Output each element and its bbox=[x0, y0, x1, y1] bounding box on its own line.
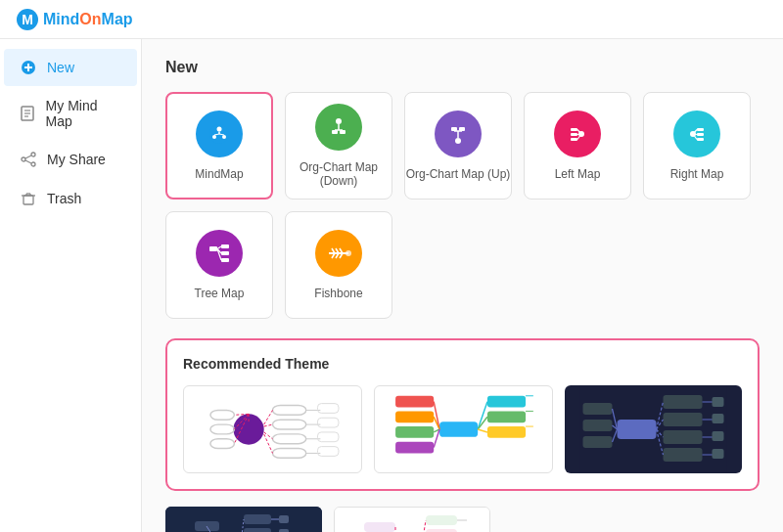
sidebar-item-new-label: New bbox=[47, 60, 74, 75]
map-card-org-down-label: Org-Chart Map (Down) bbox=[286, 160, 392, 188]
sidebar-item-trash[interactable]: Trash bbox=[4, 180, 137, 217]
svg-rect-52 bbox=[221, 251, 229, 255]
svg-rect-157 bbox=[279, 515, 289, 523]
svg-rect-87 bbox=[317, 432, 339, 442]
svg-line-13 bbox=[25, 160, 31, 163]
svg-rect-131 bbox=[713, 449, 724, 459]
map-type-grid: MindMap Org-Chart Map (Down) bbox=[165, 92, 760, 319]
recommended-theme-section: Recommended Theme bbox=[165, 338, 760, 491]
content-area: New MindMap bbox=[142, 39, 783, 532]
fishbone-icon bbox=[325, 240, 352, 267]
map-card-left-label: Left Map bbox=[555, 167, 601, 181]
svg-line-97 bbox=[434, 402, 439, 429]
right-map-icon-circle bbox=[673, 111, 720, 157]
svg-rect-89 bbox=[439, 421, 478, 437]
sidebar-item-my-share[interactable]: My Share bbox=[4, 141, 137, 178]
svg-point-10 bbox=[31, 162, 35, 166]
left-map-icon bbox=[564, 120, 591, 148]
bottom-theme-dark2-preview bbox=[165, 507, 322, 532]
bottom-theme-pastel[interactable] bbox=[334, 507, 490, 532]
map-card-right[interactable]: Right Map bbox=[643, 92, 751, 200]
svg-rect-50 bbox=[209, 246, 217, 251]
svg-rect-51 bbox=[221, 244, 229, 248]
left-map-icon-circle bbox=[554, 111, 601, 157]
org-up-icon bbox=[444, 120, 472, 148]
map-card-mindmap-label: MindMap bbox=[195, 167, 243, 181]
bottom-theme-dark2[interactable] bbox=[165, 507, 322, 532]
theme-colorful-preview bbox=[375, 386, 552, 472]
svg-rect-109 bbox=[618, 420, 657, 439]
logo[interactable]: M MindOnMap bbox=[16, 8, 133, 31]
bottom-theme-pastel-preview bbox=[335, 508, 490, 532]
svg-point-9 bbox=[31, 153, 35, 156]
document-icon bbox=[20, 105, 36, 122]
map-card-mindmap[interactable]: MindMap bbox=[165, 92, 273, 200]
svg-point-22 bbox=[222, 135, 226, 139]
svg-rect-114 bbox=[583, 403, 613, 415]
svg-rect-67 bbox=[273, 420, 306, 429]
svg-rect-110 bbox=[664, 395, 703, 409]
trash-icon bbox=[20, 190, 37, 207]
main-layout: New My Mind Map My Share Trash New bbox=[0, 39, 783, 532]
sidebar-item-my-share-label: My Share bbox=[47, 152, 106, 167]
fishbone-icon-circle bbox=[315, 230, 362, 277]
mindmap-icon bbox=[206, 120, 233, 148]
sidebar-item-trash-label: Trash bbox=[47, 191, 81, 206]
svg-rect-85 bbox=[317, 404, 339, 414]
svg-line-80 bbox=[264, 434, 273, 454]
svg-rect-46 bbox=[697, 138, 704, 141]
svg-line-103 bbox=[478, 429, 487, 432]
map-card-tree[interactable]: Tree Map bbox=[165, 211, 273, 319]
map-card-fishbone[interactable]: Fishbone bbox=[285, 211, 392, 319]
svg-rect-113 bbox=[664, 448, 703, 462]
svg-rect-37 bbox=[571, 128, 577, 131]
sidebar: New My Mind Map My Share Trash bbox=[0, 39, 142, 532]
svg-rect-44 bbox=[697, 128, 704, 131]
map-card-org-down[interactable]: Org-Chart Map (Down) bbox=[285, 92, 392, 200]
svg-rect-93 bbox=[395, 442, 434, 454]
tree-map-icon bbox=[206, 240, 233, 267]
svg-point-33 bbox=[455, 138, 461, 144]
sidebar-item-my-mind-map[interactable]: My Mind Map bbox=[4, 88, 137, 139]
svg-rect-168 bbox=[364, 522, 395, 532]
theme-light-preview bbox=[184, 386, 361, 472]
map-card-org-up-label: Org-Chart Map (Up) bbox=[406, 167, 511, 181]
svg-rect-96 bbox=[487, 426, 526, 438]
svg-rect-115 bbox=[583, 420, 613, 431]
svg-rect-95 bbox=[487, 411, 526, 422]
sidebar-item-new[interactable]: New bbox=[4, 49, 137, 86]
header: M MindOnMap bbox=[0, 0, 783, 39]
tree-map-icon-circle bbox=[196, 230, 243, 277]
section-title: New bbox=[165, 59, 760, 76]
share-icon bbox=[20, 151, 37, 168]
svg-rect-135 bbox=[244, 528, 271, 532]
plus-icon bbox=[20, 59, 37, 76]
map-card-fishbone-label: Fishbone bbox=[314, 287, 362, 300]
svg-rect-69 bbox=[273, 449, 306, 459]
svg-rect-116 bbox=[583, 436, 613, 448]
svg-rect-92 bbox=[395, 426, 434, 438]
svg-rect-66 bbox=[273, 406, 306, 416]
svg-rect-112 bbox=[664, 430, 703, 444]
svg-rect-128 bbox=[713, 397, 724, 407]
svg-line-101 bbox=[478, 402, 487, 429]
svg-rect-68 bbox=[273, 434, 306, 444]
map-card-left[interactable]: Left Map bbox=[524, 92, 631, 200]
svg-point-26 bbox=[336, 118, 342, 124]
theme-card-light[interactable] bbox=[183, 385, 362, 473]
svg-line-54 bbox=[217, 246, 221, 249]
map-card-tree-label: Tree Map bbox=[195, 287, 245, 300]
org-up-icon-circle bbox=[435, 111, 482, 157]
map-card-org-up[interactable]: Org-Chart Map (Up) bbox=[404, 92, 512, 200]
logo-text: MindOnMap bbox=[43, 11, 133, 28]
svg-rect-88 bbox=[317, 447, 339, 457]
svg-rect-72 bbox=[210, 439, 234, 449]
svg-text:M: M bbox=[22, 12, 33, 27]
svg-line-77 bbox=[264, 410, 273, 424]
svg-rect-45 bbox=[697, 133, 704, 136]
theme-card-colorful[interactable] bbox=[374, 385, 553, 473]
theme-card-dark[interactable] bbox=[565, 385, 742, 473]
svg-rect-90 bbox=[395, 396, 434, 408]
svg-point-64 bbox=[345, 250, 351, 256]
svg-point-20 bbox=[217, 127, 222, 132]
